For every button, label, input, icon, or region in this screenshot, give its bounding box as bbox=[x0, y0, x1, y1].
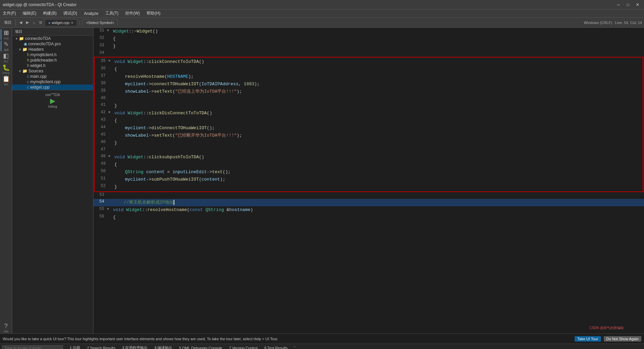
sidebar-icon-project[interactable]: 📋 项目 bbox=[1, 75, 12, 86]
tree-label-widget-cpp: widget.cpp bbox=[30, 85, 49, 90]
tab-label: widget.cpp bbox=[52, 21, 70, 25]
tree-item-main-cpp[interactable]: c main.cpp bbox=[12, 74, 93, 79]
bottom-tab-app-output[interactable]: 3 应用程序输出 bbox=[119, 345, 150, 349]
code-line-36: 36 { bbox=[95, 66, 643, 73]
tab-separator: │ bbox=[79, 21, 81, 25]
locate-input[interactable] bbox=[2, 345, 63, 349]
toolbar: 项目 ◀ ▶ ⌂ ⧉ ● widget.cpp ✕ │ <Select Symb… bbox=[0, 18, 644, 28]
tree-item-mymqtt-h[interactable]: h mymqttclient.h bbox=[12, 52, 93, 57]
highlighted-region: 35 ▼ void Widget::clickConnectToIoTDA() … bbox=[94, 57, 643, 192]
bottom-tab-test[interactable]: 8 Test Results bbox=[262, 345, 290, 349]
bottom-tabs: 1 问题 2 Search Results 3 应用程序输出 4 编译输出 5 … bbox=[0, 344, 644, 349]
sidebar-icon-help[interactable]: ? 帮助 bbox=[1, 323, 12, 333]
folder-icon-sources: 📁 bbox=[22, 69, 27, 73]
tree-label-pro: connectIoTDA.pro bbox=[28, 42, 61, 46]
editor-tab-widget-cpp[interactable]: ● widget.cpp ✕ bbox=[45, 19, 77, 26]
file-icon-pro: ◉ bbox=[24, 42, 27, 46]
bottom-tab-version[interactable]: 7 Version Control bbox=[226, 345, 260, 349]
tab-close-icon[interactable]: ✕ bbox=[71, 21, 73, 25]
debug-icon: 🐛 bbox=[2, 64, 10, 71]
menubar: 文件(F)编辑(E)构建(B)调试(D)Analyze工具(T)控件(W)帮助(… bbox=[0, 9, 644, 18]
file-icon-widget-h: h bbox=[27, 63, 29, 68]
sidebar-icon-welcome[interactable]: ⊞ 欢迎 bbox=[1, 29, 12, 40]
tree-item-pro[interactable]: ◉ connectIoTDA.pro bbox=[12, 41, 93, 47]
tree-item-public-h[interactable]: h publicheader.h bbox=[12, 57, 93, 63]
menubar-item[interactable]: Analyze bbox=[83, 10, 100, 17]
menubar-item[interactable]: 构建(B) bbox=[42, 10, 58, 17]
tree-item-widget-cpp[interactable]: c widget.cpp bbox=[12, 85, 93, 90]
code-line-51: 51 myclient->subPushTOHuaWeiIOT(content)… bbox=[95, 176, 643, 183]
select-symbol-label: <Select Symbol> bbox=[86, 21, 114, 25]
help-icon: ? bbox=[4, 323, 7, 330]
code-line-40: 40 bbox=[95, 95, 643, 102]
code-line-42: 42 ▼ void Widget::clickDisConnectToToTDA… bbox=[95, 110, 643, 117]
file-tree-title: 项目 bbox=[15, 29, 22, 33]
menubar-item[interactable]: 文件(F) bbox=[1, 10, 17, 17]
tree-label-root: connectIoTDA bbox=[25, 36, 51, 41]
bottom-tab-compile[interactable]: 4 编译输出 bbox=[152, 345, 175, 349]
tree-item-widget-h[interactable]: h widget.h bbox=[12, 63, 93, 68]
tree-item-mymqtt-cpp[interactable]: c mymqttclient.cpp bbox=[12, 79, 93, 85]
menubar-item[interactable]: 调试(D) bbox=[62, 10, 79, 17]
sidebar-icon-debug[interactable]: 🐛 Debug bbox=[1, 64, 12, 74]
minimize-button[interactable]: ─ bbox=[615, 2, 622, 7]
toolbar-separator bbox=[16, 20, 16, 26]
folder-icon-root: 📁 bbox=[19, 36, 24, 41]
editor-tab-select-symbol[interactable]: <Select Symbol> bbox=[82, 19, 118, 26]
tree-label-main-cpp: main.cpp bbox=[30, 74, 47, 79]
code-line-47: 47 bbox=[95, 147, 643, 154]
code-line-53: 53 bbox=[93, 192, 644, 199]
edit-icon: ✎ bbox=[4, 41, 9, 48]
bottom-tab-issues[interactable]: 1 问题 bbox=[67, 345, 83, 349]
file-icon-mymqtt-cpp: c bbox=[27, 79, 29, 84]
menubar-item[interactable]: 帮助(H) bbox=[145, 10, 162, 17]
toolbar-forward-icon[interactable]: ▶ bbox=[25, 20, 30, 25]
take-tour-button[interactable]: Take UI Tour bbox=[575, 336, 601, 342]
menubar-item[interactable]: 控件(W) bbox=[124, 10, 141, 17]
grid-icon: ⊞ bbox=[4, 29, 9, 37]
menubar-item[interactable]: 编辑(E) bbox=[21, 10, 38, 17]
code-line-34: 34 bbox=[93, 50, 644, 57]
notification-bar: Would you like to take a quick UI tour? … bbox=[0, 333, 644, 344]
code-wrapper: 31 ▼ Widget::~Widget() 32 { 33 } bbox=[93, 28, 644, 333]
file-tree: 项目 ▼ 📁 connectIoTDA ◉ connectIoTDA.pro ▼ bbox=[12, 28, 93, 333]
tree-item-sources[interactable]: ▼ 📁 Sources bbox=[12, 68, 93, 74]
code-line-35: 35 ▼ void Widget::clickConnectToIoTDA() bbox=[95, 58, 643, 66]
sidebar-icon-edit[interactable]: ✎ 编辑 bbox=[1, 41, 12, 51]
close-button[interactable]: ✕ bbox=[634, 2, 641, 7]
tree-item-headers[interactable]: ▼ 📁 Headers bbox=[12, 47, 93, 52]
debug-run-label: Debug bbox=[45, 105, 60, 108]
design-icon: ◧ bbox=[3, 52, 9, 60]
code-line-38: 38 myclient->connectTOHuaWeiIOT(IoTDAIPA… bbox=[95, 80, 643, 88]
expand-arrow-root: ▼ bbox=[15, 37, 18, 41]
tree-label-mymqtt-h: mymqttclient.h bbox=[30, 52, 57, 57]
do-not-show-button[interactable]: Do Not Show Again bbox=[604, 336, 641, 342]
tree-item-root[interactable]: ▼ 📁 connectIoTDA bbox=[12, 36, 93, 41]
file-tree-items: ▼ 📁 connectIoTDA ◉ connectIoTDA.pro ▼ 📁 … bbox=[12, 36, 93, 90]
contda-label: con""TDA bbox=[45, 93, 60, 97]
code-editor[interactable]: 31 ▼ Widget::~Widget() 32 { 33 } bbox=[93, 28, 644, 221]
menubar-item[interactable]: 工具(T) bbox=[104, 10, 120, 17]
code-line-55: 55 ▼ void Widget::resolveHostname(const … bbox=[93, 206, 644, 214]
code-line-39: 39 showLabel->setText("已经连上华为IoTDA平台!!!"… bbox=[95, 88, 643, 95]
sidebar-icons: ⊞ 欢迎 ✎ 编辑 ◧ 设计 🐛 Debug 📋 项目 ? 帮助 bbox=[0, 28, 12, 333]
project-icon: 📋 bbox=[2, 75, 10, 83]
bottom-tab-search[interactable]: 2 Search Results bbox=[84, 345, 118, 349]
toolbar-split-icon[interactable]: ⧉ bbox=[38, 20, 43, 25]
tree-label-widget-h: widget.h bbox=[30, 63, 46, 68]
maximize-button[interactable]: □ bbox=[625, 2, 631, 7]
code-line-43: 43 { bbox=[95, 117, 643, 124]
code-line-56: 56 { bbox=[93, 214, 644, 221]
run-button[interactable]: ▶ bbox=[45, 97, 60, 105]
code-line-44: 44 myclient->disConnectTOHuaWeiIOT(); bbox=[95, 124, 643, 132]
expand-arrow-sources: ▼ bbox=[18, 69, 22, 73]
file-tree-header: 项目 bbox=[12, 28, 93, 36]
toolbar-back-icon[interactable]: ◀ bbox=[18, 20, 23, 25]
tree-label-public-h: publicheader.h bbox=[30, 58, 57, 63]
expand-arrow-headers: ▼ bbox=[18, 48, 22, 51]
tree-label-headers: Headers bbox=[28, 47, 44, 52]
toolbar-home-icon[interactable]: ⌂ bbox=[31, 20, 37, 25]
sidebar-icon-design[interactable]: ◧ 设计 bbox=[1, 52, 12, 63]
code-line-46: 46 } bbox=[95, 139, 643, 147]
bottom-tab-qml[interactable]: 5 QML Debugger Console bbox=[176, 345, 225, 349]
